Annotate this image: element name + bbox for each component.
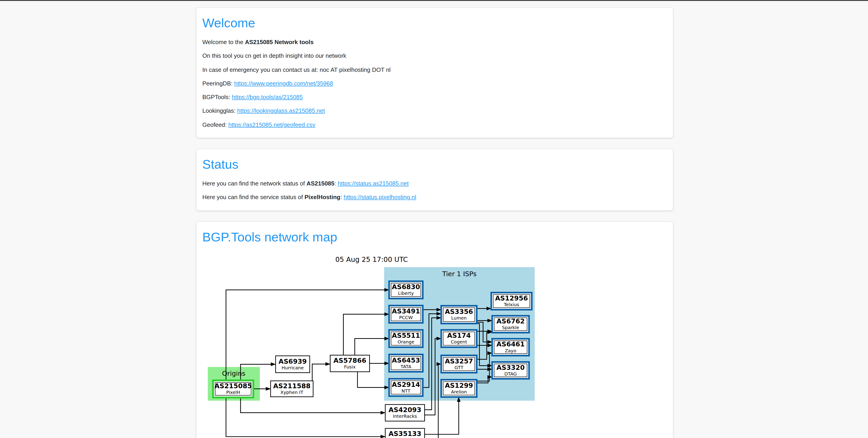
- bold-text: AS215085: [306, 180, 334, 187]
- graph-node-AS42093: AS42093InterRacks: [385, 404, 425, 421]
- node-name: Xyphen IT: [281, 389, 304, 395]
- link[interactable]: https://status.as215085.net: [338, 180, 409, 187]
- status-card: Status Here you can find the network sta…: [196, 149, 673, 210]
- text: Lookingglas:: [202, 107, 237, 114]
- node-asn: AS6939: [279, 357, 307, 365]
- graph-node-AS211588: AS211588Xyphen IT: [271, 381, 313, 397]
- node-name: Liberty: [398, 290, 414, 296]
- link[interactable]: https://as215085.net/geofeed.csv: [228, 121, 315, 128]
- graph-edge-fusix-pccw: [343, 314, 389, 355]
- welcome-title: Welcome: [202, 16, 666, 30]
- node-asn: AS6461: [497, 340, 525, 348]
- node-asn: AS174: [447, 332, 471, 339]
- graph-node-AS6830: AS6830Liberty: [389, 281, 423, 299]
- node-name: Hurricane: [281, 365, 304, 370]
- node-asn: AS57866: [334, 356, 366, 364]
- text: Geofeed:: [202, 121, 228, 128]
- graph-node-AS2914: AS2914NTT: [389, 379, 423, 396]
- graph-node-AS3491: AS3491PCCW: [389, 306, 423, 323]
- graph-node-AS6461: AS6461Zayo: [492, 339, 529, 355]
- link[interactable]: https://status.pixelhosting.nl: [343, 194, 416, 201]
- node-name: Telxius: [503, 302, 519, 307]
- cluster-label-tier1: Tier 1 ISPs: [442, 270, 476, 278]
- map-timestamp: 05 Aug 25 17:00 UTC: [335, 255, 408, 263]
- cluster-label-origins: Origins: [222, 369, 246, 377]
- graph-edge-pixelh-eranium: [226, 397, 385, 436]
- node-name: Cogent: [451, 339, 467, 345]
- node-asn: AS1299: [445, 381, 473, 389]
- node-name: DTAG: [504, 371, 517, 376]
- node-name: Lumen: [451, 315, 467, 321]
- node-name: Sparkle: [502, 325, 519, 330]
- welcome-card: Welcome Welcome to the AS215085 Network …: [196, 8, 673, 138]
- paragraph: In case of emergency you can contact us …: [202, 66, 666, 74]
- network-map-svg: 05 Aug 25 17:00 UTCTier 1 ISPsOriginsAS2…: [207, 253, 537, 438]
- node-asn: AS12956: [495, 294, 528, 302]
- graph-node-AS35133: AS35133Eranium: [385, 428, 425, 438]
- paragraph: PeeringDB: https://www.peeringdb.com/net…: [202, 80, 666, 88]
- paragraph: Lookingglas: https://lookingglass.as2150…: [202, 107, 666, 115]
- node-asn: AS6453: [392, 356, 420, 364]
- page: Welcome Welcome to the AS215085 Network …: [0, 0, 868, 438]
- graph-node-AS12956: AS12956Telxius: [491, 292, 532, 310]
- main-content: Welcome Welcome to the AS215085 Network …: [196, 1, 673, 438]
- graph-node-AS174: AS174Cogent: [441, 330, 477, 347]
- node-asn: AS42093: [389, 406, 421, 414]
- node-asn: AS3320: [497, 364, 525, 371]
- text: PeeringDB:: [202, 80, 234, 87]
- node-asn: AS3491: [392, 307, 420, 315]
- graph-node-AS3356: AS3356Lumen: [441, 306, 477, 323]
- node-asn: AS35133: [389, 430, 421, 438]
- graph-node-AS57866: AS57866Fusix: [330, 355, 369, 372]
- graph-node-AS1299: AS1299Arelion: [441, 380, 477, 397]
- node-asn: AS3356: [445, 308, 473, 315]
- graph-node-AS3257: AS3257GTT: [441, 355, 477, 373]
- bold-text: AS215085 Network tools: [245, 39, 313, 45]
- graph-node-AS6939: AS6939Hurricane: [276, 356, 310, 373]
- paragraph: Here you can find the network status of …: [202, 180, 666, 188]
- graph-node-AS6762: AS6762Sparkle: [492, 316, 529, 333]
- node-asn: AS211588: [273, 382, 311, 389]
- node-asn: AS6762: [497, 317, 525, 325]
- node-asn: AS215085: [214, 382, 252, 390]
- graph-edge-fusix-orange: [355, 339, 389, 355]
- bold-text: PixelHosting: [304, 194, 340, 201]
- text: Here you can find the network status of: [202, 180, 306, 187]
- node-name: NTT: [402, 388, 411, 394]
- text: Here you can find the service status of: [202, 194, 304, 201]
- node-asn: AS3257: [445, 357, 473, 365]
- bgp-map-card: BGP.Tools network map 05 Aug 25 17:00 UT…: [196, 222, 673, 438]
- graph-edge-xyphen-fusix: [312, 364, 330, 381]
- graph-node-AS5511: AS5511Orange: [389, 330, 423, 347]
- graph-node-AS6453: AS6453TATA: [389, 354, 423, 372]
- paragraph: Here you can find the service status of …: [202, 194, 666, 201]
- node-asn: AS5511: [392, 332, 420, 339]
- text: :: [340, 194, 343, 201]
- status-paragraphs: Here you can find the network status of …: [202, 180, 666, 201]
- node-name: PCCW: [399, 315, 413, 320]
- paragraph: On this tool you cn get in depth insight…: [202, 53, 666, 60]
- welcome-paragraphs: Welcome to the AS215085 Network toolsOn …: [202, 39, 666, 129]
- status-title: Status: [202, 157, 666, 172]
- node-name: Orange: [398, 339, 414, 345]
- paragraph: Geofeed: https://as215085.net/geofeed.cs…: [202, 121, 666, 129]
- node-name: GTT: [455, 365, 464, 370]
- node-name: Fusix: [344, 364, 355, 370]
- bgp-map-title: BGP.Tools network map: [202, 230, 666, 244]
- node-name: Zayo: [505, 348, 516, 353]
- network-map-graph: 05 Aug 25 17:00 UTCTier 1 ISPsOriginsAS2…: [207, 253, 666, 438]
- link[interactable]: https://www.peeringdb.com/net/35968: [234, 80, 333, 87]
- node-name: Arelion: [451, 389, 467, 394]
- link[interactable]: https://lookingglass.as215085.net: [237, 107, 325, 114]
- node-asn: AS6830: [392, 283, 420, 291]
- paragraph: BGPTools: https://bgp.tools/as/215085: [202, 94, 666, 101]
- text: On this tool you cn get in depth insight…: [202, 53, 346, 59]
- node-name: InterRacks: [393, 413, 417, 419]
- link[interactable]: https://bgp.tools/as/215085: [232, 94, 303, 100]
- text: BGPTools:: [202, 94, 232, 100]
- node-asn: AS2914: [392, 380, 420, 388]
- node-name: PixelH: [226, 389, 240, 395]
- graph-edge-pixelh-interracks: [241, 397, 385, 412]
- graph-node-AS215085: AS215085PixelH: [213, 380, 253, 397]
- text: :: [334, 180, 338, 187]
